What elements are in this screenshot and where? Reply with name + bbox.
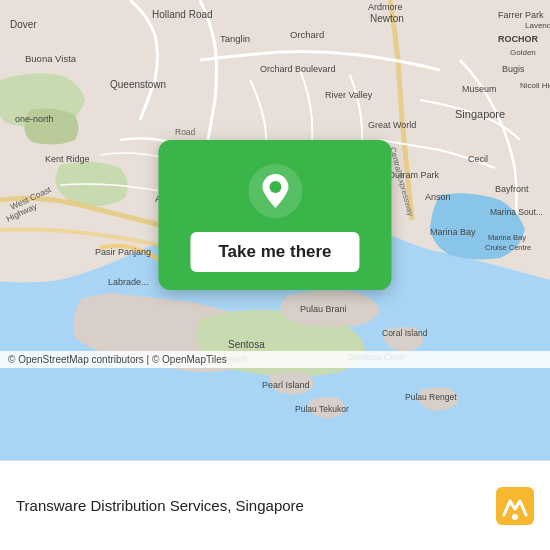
svg-text:Farrer Park: Farrer Park bbox=[498, 10, 544, 20]
svg-text:Queenstown: Queenstown bbox=[110, 79, 166, 90]
svg-text:Pearl Island: Pearl Island bbox=[262, 380, 310, 390]
bottom-bar: Transware Distribution Services, Singapo… bbox=[0, 460, 550, 550]
svg-text:Road: Road bbox=[175, 127, 196, 137]
svg-text:Bayfront: Bayfront bbox=[495, 184, 529, 194]
location-title: Transware Distribution Services, Singapo… bbox=[16, 497, 304, 514]
svg-text:one-north: one-north bbox=[15, 114, 54, 124]
svg-text:Tanglin: Tanglin bbox=[220, 33, 250, 44]
moovit-icon bbox=[496, 487, 534, 525]
svg-text:Bugis: Bugis bbox=[502, 64, 525, 74]
svg-point-46 bbox=[269, 181, 281, 193]
svg-text:Golden: Golden bbox=[510, 48, 536, 57]
svg-text:Orchard Boulevard: Orchard Boulevard bbox=[260, 64, 336, 74]
svg-text:Buona Vista: Buona Vista bbox=[25, 53, 77, 64]
svg-text:Marina Bay: Marina Bay bbox=[430, 227, 476, 237]
svg-text:Marina Bay: Marina Bay bbox=[488, 233, 526, 242]
svg-text:Nicoll Hig...: Nicoll Hig... bbox=[520, 81, 550, 90]
svg-text:Kent Ridge: Kent Ridge bbox=[45, 154, 90, 164]
take-me-there-button[interactable]: Take me there bbox=[190, 232, 359, 272]
svg-text:Pasir Panjang: Pasir Panjang bbox=[95, 247, 151, 257]
svg-text:River Valley: River Valley bbox=[325, 90, 373, 100]
svg-text:Coral Island: Coral Island bbox=[382, 328, 428, 338]
svg-point-48 bbox=[512, 514, 518, 520]
map-attribution: © OpenStreetMap contributors | © OpenMap… bbox=[0, 351, 550, 368]
svg-text:Anson: Anson bbox=[425, 192, 451, 202]
svg-text:Labrade...: Labrade... bbox=[108, 277, 149, 287]
svg-text:Newton: Newton bbox=[370, 13, 404, 24]
map-card: Take me there bbox=[158, 140, 391, 290]
svg-text:Marina Sout...: Marina Sout... bbox=[490, 207, 543, 217]
label-holland-road: Holland Road bbox=[152, 9, 213, 20]
moovit-logo[interactable] bbox=[496, 487, 534, 525]
location-pin-icon bbox=[248, 164, 302, 218]
svg-text:ROCHOR: ROCHOR bbox=[498, 34, 538, 44]
svg-text:Cecil: Cecil bbox=[468, 154, 488, 164]
map-container: Holland Road Newton Dover Buona Vista Qu… bbox=[0, 0, 550, 460]
svg-text:Museum: Museum bbox=[462, 84, 497, 94]
svg-text:Singapore: Singapore bbox=[455, 108, 505, 120]
svg-text:Pulau Tekukor: Pulau Tekukor bbox=[295, 404, 349, 414]
svg-text:Cruise Centre: Cruise Centre bbox=[485, 243, 531, 252]
svg-text:Great World: Great World bbox=[368, 120, 416, 130]
svg-text:Ardmore: Ardmore bbox=[368, 2, 403, 12]
svg-text:Orchard: Orchard bbox=[290, 29, 324, 40]
bottom-info: Transware Distribution Services, Singapo… bbox=[16, 497, 304, 514]
svg-text:Pulau Brani: Pulau Brani bbox=[300, 304, 347, 314]
svg-text:Sentosa: Sentosa bbox=[228, 339, 265, 350]
svg-text:Pulau Renget: Pulau Renget bbox=[405, 392, 457, 402]
svg-text:Lavende...: Lavende... bbox=[525, 21, 550, 30]
svg-text:Dover: Dover bbox=[10, 19, 37, 30]
